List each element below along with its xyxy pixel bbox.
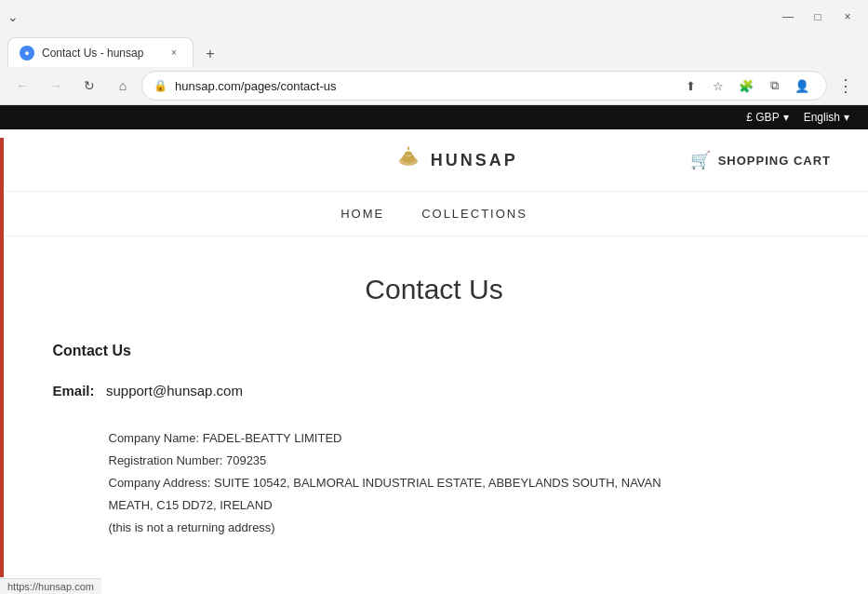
close-window-button[interactable]: × bbox=[835, 4, 861, 30]
more-button[interactable]: ⋮ bbox=[831, 71, 861, 101]
profile-button[interactable]: 👤 bbox=[789, 73, 815, 99]
logo-svg bbox=[395, 144, 421, 170]
tab-close-button[interactable]: × bbox=[167, 46, 181, 61]
logo[interactable]: HUNSAP bbox=[395, 144, 518, 176]
extensions-button[interactable]: 🧩 bbox=[733, 73, 759, 99]
nav-home[interactable]: HOME bbox=[341, 207, 384, 221]
address-text: hunsap.com/pages/contact-us bbox=[175, 79, 670, 93]
language-label: English bbox=[804, 111, 840, 124]
email-value[interactable]: support@hunsap.com bbox=[106, 383, 243, 398]
company-reg-label: Registration Number: bbox=[109, 453, 223, 467]
share-button[interactable]: ⬆ bbox=[677, 73, 703, 99]
new-tab-button[interactable]: + bbox=[197, 41, 223, 67]
company-name-row: Company Name: FADEL-BEATTY LIMITED bbox=[109, 428, 816, 449]
active-tab[interactable]: ● Contact Us - hunsap × bbox=[7, 37, 194, 67]
lock-icon: 🔒 bbox=[154, 79, 167, 92]
maximize-button[interactable]: □ bbox=[805, 4, 831, 30]
email-label: Email: bbox=[53, 383, 95, 398]
cart-button[interactable]: 🛒 SHOPPING CART bbox=[690, 150, 831, 170]
tab-favicon: ● bbox=[20, 46, 34, 61]
reload-button[interactable]: ↻ bbox=[74, 71, 104, 101]
logo-text: HUNSAP bbox=[431, 151, 518, 170]
company-reg-value: 709235 bbox=[226, 453, 266, 467]
logo-icon bbox=[395, 144, 421, 176]
main-content: Contact Us Contact Us Email: support@hun… bbox=[16, 236, 853, 561]
language-selector[interactable]: English ▾ bbox=[804, 111, 849, 124]
address-actions: ⬆ ☆ 🧩 ⧉ 👤 bbox=[677, 73, 815, 99]
tab-bar: ● Contact Us - hunsap × + bbox=[0, 34, 868, 67]
back-button[interactable]: ← bbox=[7, 71, 37, 101]
window-controls: — □ × bbox=[775, 4, 861, 30]
page-title: Contact Us bbox=[53, 274, 816, 305]
window-chevron[interactable]: ⌄ bbox=[7, 9, 19, 24]
address-bar-row: ← → ↻ ⌂ 🔒 hunsap.com/pages/contact-us ⬆ … bbox=[0, 67, 868, 104]
cart-icon: 🛒 bbox=[690, 150, 711, 170]
company-address-row: Company Address: SUITE 10542, BALMORAL I… bbox=[109, 473, 816, 493]
company-reg-row: Registration Number: 709235 bbox=[109, 451, 816, 471]
address-bar[interactable]: 🔒 hunsap.com/pages/contact-us ⬆ ☆ 🧩 ⧉ 👤 bbox=[141, 71, 827, 101]
email-row: Email: support@hunsap.com bbox=[53, 382, 816, 398]
title-bar: ⌄ — □ × bbox=[0, 0, 868, 34]
currency-chevron: ▾ bbox=[783, 111, 789, 124]
company-note: (this is not a returning address) bbox=[109, 518, 816, 538]
left-accent-bar bbox=[0, 138, 4, 577]
site-nav: HOME COLLECTIONS bbox=[0, 192, 868, 236]
home-button[interactable]: ⌂ bbox=[108, 71, 138, 101]
company-address-label: Company Address: bbox=[109, 476, 211, 490]
company-info: Company Name: FADEL-BEATTY LIMITED Regis… bbox=[109, 428, 816, 538]
company-address-value: SUITE 10542, BALMORAL INDUSTRIAL ESTATE,… bbox=[214, 476, 661, 490]
nav-collections[interactable]: COLLECTIONS bbox=[421, 207, 527, 221]
tab-title: Contact Us - hunsap bbox=[42, 47, 159, 60]
contact-heading: Contact Us bbox=[53, 343, 816, 359]
site-header: HUNSAP 🛒 SHOPPING CART bbox=[0, 129, 868, 192]
language-chevron: ▾ bbox=[844, 111, 849, 124]
split-button[interactable]: ⧉ bbox=[761, 73, 787, 99]
currency-selector[interactable]: £ GBP ▾ bbox=[746, 111, 788, 124]
cart-label: SHOPPING CART bbox=[718, 154, 831, 168]
currency-label: £ GBP bbox=[746, 111, 779, 124]
company-address-line2: MEATH, C15 DD72, IRELAND bbox=[109, 495, 816, 516]
svg-point-2 bbox=[405, 152, 412, 156]
website-content: £ GBP ▾ English ▾ HUNSAP bbox=[0, 105, 868, 561]
status-url: https://hunsap.com bbox=[7, 581, 94, 592]
minimize-button[interactable]: — bbox=[775, 4, 801, 30]
utility-bar: £ GBP ▾ English ▾ bbox=[0, 105, 868, 129]
status-bar: https://hunsap.com bbox=[0, 578, 101, 594]
forward-button[interactable]: → bbox=[41, 71, 71, 101]
company-name-label: Company Name: bbox=[109, 431, 200, 445]
company-name-value: FADEL-BEATTY LIMITED bbox=[203, 431, 342, 445]
bookmark-button[interactable]: ☆ bbox=[705, 73, 731, 99]
